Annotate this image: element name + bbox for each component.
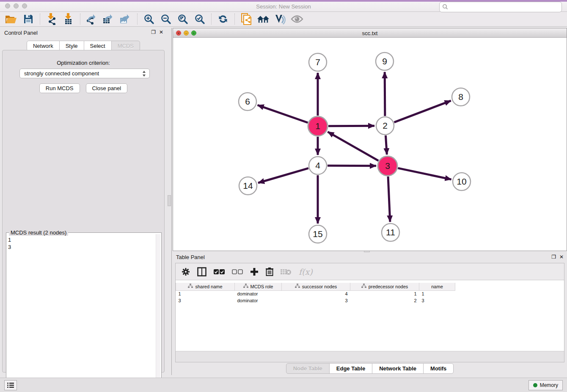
- clear-selection-icon[interactable]: [232, 269, 243, 275]
- zoom-selected-icon[interactable]: [193, 13, 206, 25]
- edge-2-8[interactable]: [394, 101, 451, 122]
- import-network-icon[interactable]: [45, 13, 58, 25]
- import-table-icon[interactable]: [62, 13, 75, 25]
- add-column-icon[interactable]: [250, 268, 259, 276]
- graph-node-2[interactable]: 2: [376, 117, 394, 135]
- delete-column-icon[interactable]: [266, 267, 273, 276]
- table-panel: Table Panel ❐ ✕ f(x) shared nameMCDS rol…: [173, 253, 567, 375]
- zoom-out-icon[interactable]: [160, 13, 172, 25]
- edge-1-2[interactable]: [328, 126, 374, 126]
- refresh-icon[interactable]: [217, 13, 229, 25]
- hierarchy-icon: [295, 284, 300, 289]
- memory-status-icon: [533, 383, 537, 387]
- table-toolbar: f(x): [176, 263, 564, 280]
- edge-2-9[interactable]: [385, 72, 385, 116]
- edge-3-11[interactable]: [388, 177, 390, 222]
- edge-4-3[interactable]: [328, 166, 376, 166]
- run-mcds-button[interactable]: Run MCDS: [39, 83, 80, 93]
- table-row[interactable]: 3dominator323: [176, 297, 455, 304]
- edge-3-1[interactable]: [328, 132, 378, 160]
- column-header-predecessor-nodes[interactable]: predecessor nodes: [350, 283, 419, 290]
- edge-1-6[interactable]: [258, 105, 308, 123]
- home-icon[interactable]: [257, 13, 270, 25]
- column-header-MCDS-role[interactable]: MCDS role: [235, 283, 282, 290]
- column-header-name[interactable]: name: [419, 283, 455, 290]
- search-input[interactable]: [439, 2, 562, 12]
- export-table-icon[interactable]: [102, 13, 115, 25]
- task-history-button[interactable]: [4, 380, 17, 390]
- graph-node-1[interactable]: 1: [308, 116, 328, 136]
- mcds-result-text[interactable]: 1 3: [8, 236, 11, 251]
- hierarchy-icon: [188, 284, 193, 289]
- graph-node-10[interactable]: 10: [453, 173, 471, 190]
- control-panel-close-icon[interactable]: ✕: [159, 29, 163, 35]
- control-panel-float-icon[interactable]: ❐: [151, 29, 156, 35]
- graph-node-9[interactable]: 9: [376, 52, 394, 70]
- table-tab-motifs[interactable]: Motifs: [423, 363, 454, 374]
- table-panel-float-icon[interactable]: ❐: [551, 254, 556, 260]
- zoom-fit-icon[interactable]: [176, 13, 189, 25]
- memory-label: Memory: [540, 382, 558, 388]
- clone-network-icon[interactable]: [240, 13, 253, 25]
- graph-node-3[interactable]: 3: [378, 156, 397, 176]
- graph-node-7[interactable]: 7: [309, 53, 327, 71]
- table-cell: 4: [282, 290, 350, 297]
- table-bottom-strip: [176, 351, 564, 362]
- graph-node-6[interactable]: 6: [239, 93, 256, 110]
- save-session-icon[interactable]: [22, 13, 35, 25]
- table-tab-node-table[interactable]: Node Table: [286, 363, 330, 374]
- close-panel-button[interactable]: Close panel: [86, 83, 128, 93]
- table-cell: dominator: [235, 290, 282, 297]
- column-header-shared-name[interactable]: shared name: [176, 283, 235, 290]
- show-hide-icon[interactable]: [291, 13, 303, 25]
- graph-node-4[interactable]: 4: [309, 157, 327, 174]
- select-stepper-icon: [142, 71, 146, 78]
- svg-text:10: 10: [457, 177, 466, 186]
- network-canvas[interactable]: 7968124314101511: [173, 38, 567, 251]
- table-tab-edge-table[interactable]: Edge Table: [329, 363, 372, 374]
- hierarchy-icon: [243, 284, 248, 289]
- optimization-criterion-label: Optimization criterion:: [3, 60, 164, 66]
- control-panel: Control Panel ❐ ✕ NetworkStyleSelectMCDS…: [0, 28, 167, 375]
- table-tab-network-table[interactable]: Network Table: [372, 363, 424, 374]
- svg-text:7: 7: [315, 57, 320, 67]
- memory-button[interactable]: Memory: [528, 380, 563, 390]
- svg-text:15: 15: [313, 229, 322, 239]
- mcds-result-box: MCDS result (2 nodes) 1 3: [6, 232, 162, 392]
- table-row[interactable]: 1dominator411: [176, 290, 455, 297]
- settings-icon[interactable]: [182, 268, 190, 276]
- edge-2-3[interactable]: [385, 135, 387, 155]
- table-panel-close-icon[interactable]: ✕: [559, 254, 564, 260]
- svg-text:4: 4: [315, 160, 320, 170]
- svg-text:1: 1: [315, 121, 320, 131]
- graph-node-14[interactable]: 14: [239, 177, 257, 195]
- export-network-icon[interactable]: [85, 13, 98, 25]
- main-toolbar: [0, 12, 567, 27]
- split-panel-icon[interactable]: [197, 267, 206, 276]
- svg-text:8: 8: [458, 92, 463, 102]
- table-cell: 3: [419, 297, 455, 304]
- graph-node-8[interactable]: 8: [452, 88, 470, 106]
- optimization-criterion-select[interactable]: strongly connected component: [19, 69, 150, 78]
- zoom-in-icon[interactable]: [143, 13, 155, 25]
- table-cell: 1: [176, 290, 235, 297]
- edge-3-10[interactable]: [398, 168, 451, 179]
- export-image-icon[interactable]: [119, 13, 132, 25]
- column-header-successor-nodes[interactable]: successor nodes: [282, 283, 350, 290]
- network-window-titlebar[interactable]: ✕ − + scc.txt: [173, 28, 567, 38]
- mcds-result-scrollbar[interactable]: [156, 234, 160, 391]
- vertical-splitter[interactable]: [167, 28, 173, 375]
- select-all-icon[interactable]: [214, 269, 225, 275]
- svg-text:6: 6: [245, 97, 250, 106]
- svg-text:2: 2: [383, 121, 388, 130]
- hierarchy-icon: [361, 284, 366, 289]
- network-window-title: scc.txt: [173, 30, 567, 36]
- edge-4-14[interactable]: [258, 168, 308, 183]
- graph-node-15[interactable]: 15: [309, 225, 327, 243]
- status-bar: Memory: [0, 378, 567, 392]
- table-cell: 3: [176, 297, 235, 304]
- svg-text:14: 14: [243, 181, 253, 190]
- graph-node-11[interactable]: 11: [382, 224, 399, 241]
- open-session-icon[interactable]: [5, 13, 18, 25]
- cybrowser-icon[interactable]: [274, 13, 286, 25]
